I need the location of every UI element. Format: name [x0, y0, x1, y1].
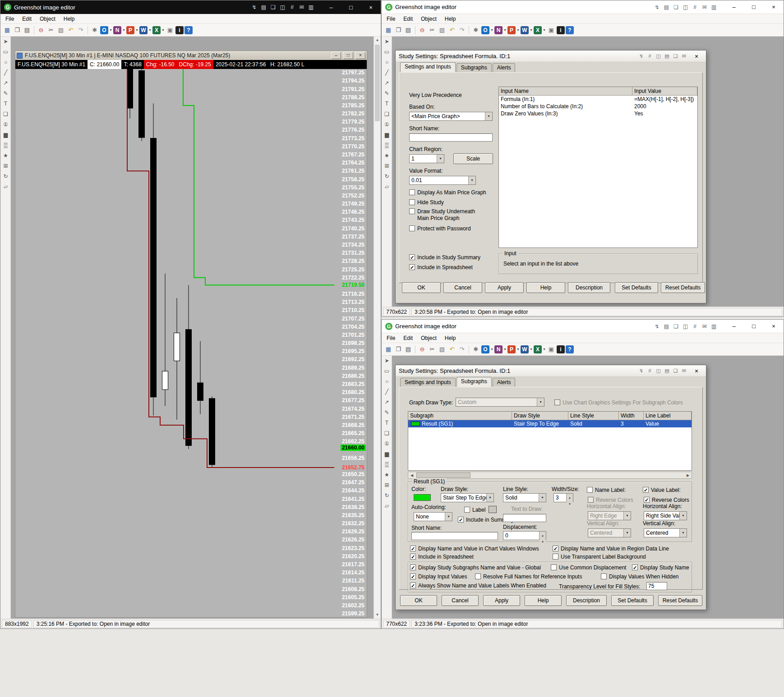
cancel-button[interactable]: Cancel [443, 282, 482, 293]
external-app-icon[interactable]: ▣ [547, 345, 556, 354]
excel-caret-icon[interactable]: ▾ [542, 347, 546, 351]
menu-file[interactable]: File [383, 334, 399, 343]
tab-settings-and-inputs[interactable]: Settings and Inputs [400, 62, 456, 72]
description-button[interactable]: Description [566, 595, 607, 606]
toolbar-separator[interactable] [469, 345, 469, 353]
onenote-icon[interactable]: N [494, 345, 503, 353]
dropdown-arrow-icon[interactable] [437, 155, 444, 163]
menu-object[interactable]: Object [417, 334, 441, 343]
grid-icon[interactable]: # [690, 323, 700, 330]
checkbox-display-values-when-hidden[interactable]: Display Values When Hidden [601, 573, 679, 580]
cut-icon[interactable]: ✂ [428, 345, 437, 354]
cut-icon[interactable]: ✂ [428, 26, 437, 35]
window-icon[interactable]: ▥ [709, 4, 719, 10]
apply-button[interactable]: Apply [483, 595, 520, 606]
subgraph-row-result-sg1[interactable]: Result (SG1) Stair Step To Edge Solid 3 … [408, 420, 692, 427]
scrollbar-thumb[interactable] [416, 472, 470, 478]
grid-icon[interactable]: # [287, 4, 297, 10]
external-app-icon[interactable]: ▣ [166, 26, 175, 35]
spinner-down-icon[interactable] [540, 538, 546, 544]
dropdown-arrow-icon[interactable] [539, 494, 546, 502]
picture-icon[interactable]: ◫ [278, 4, 287, 10]
rotate-tool-icon[interactable]: ↻ [382, 171, 392, 182]
menu-help[interactable]: Help [441, 334, 460, 343]
undo-icon[interactable]: ↶ [66, 26, 75, 35]
powerpoint-icon[interactable]: P [507, 26, 516, 34]
column-width[interactable]: Width [619, 412, 644, 420]
print-icon[interactable]: ▤ [23, 26, 32, 35]
resize-tool-icon[interactable]: ▱ [382, 501, 392, 511]
minimize-button[interactable]: – [724, 320, 744, 333]
arrow-tool-icon[interactable]: ↗ [382, 397, 392, 408]
short-name-input[interactable] [411, 532, 498, 540]
text-tool-icon[interactable]: T [382, 99, 392, 109]
speech-bubble-tool-icon[interactable]: ❏ [382, 428, 392, 439]
dropdown-arrow-icon[interactable] [537, 398, 544, 406]
toolbar-separator[interactable] [469, 26, 469, 34]
table-row[interactable]: Formula (In:1) =MAX(H[-1], H[-2], H[-3]) [499, 96, 697, 103]
onenote-caret-icon[interactable]: ▾ [503, 347, 507, 351]
dropdown-arrow-icon[interactable] [468, 176, 475, 184]
save-icon[interactable]: ▦ [384, 345, 393, 354]
checkbox-display-name-value-region-data-line[interactable]: ✓Display Name and Value in Region Data L… [553, 546, 669, 552]
powerpoint-icon[interactable]: P [507, 345, 516, 353]
highlighter-tool-icon[interactable]: ▆ [382, 449, 392, 459]
freehand-tool-icon[interactable]: ✎ [0, 88, 11, 99]
effects-tool-icon[interactable]: ★ [382, 151, 392, 161]
checkbox-display-name-value-chart-values[interactable]: ✓Display Name and Value in Chart Values … [410, 546, 539, 552]
dropdown-arrow-icon[interactable] [623, 529, 631, 537]
copy-icon[interactable]: ❐ [394, 345, 403, 354]
counter-tool-icon[interactable]: ① [0, 119, 11, 130]
cursor-tool-icon[interactable]: ➤ [382, 356, 392, 366]
table-row[interactable]: Draw Zero Values (In:3) Yes [499, 110, 697, 117]
close-button[interactable]: × [361, 0, 381, 14]
checkbox-protect-with-password[interactable]: Protect with Password [409, 225, 471, 232]
menu-object[interactable]: Object [36, 14, 60, 23]
checkbox-use-chart-graphics-settings[interactable]: Use Chart Graphics Settings For Subgraph… [554, 399, 683, 406]
speech-bubble-tool-icon[interactable]: ❏ [0, 109, 11, 119]
dialog-grid-icon[interactable]: # [646, 368, 654, 374]
grid-icon[interactable]: # [690, 4, 700, 10]
column-input-value[interactable]: Input Value [632, 87, 697, 95]
save-icon[interactable]: ▦ [384, 26, 393, 35]
paste-icon[interactable]: ▧ [56, 26, 65, 35]
help-button[interactable]: Help [525, 595, 562, 606]
external-app-icon[interactable]: ▣ [547, 26, 556, 35]
text-tool-icon[interactable]: T [0, 99, 11, 109]
excel-caret-icon[interactable]: ▾ [161, 28, 165, 32]
short-name-input[interactable] [409, 133, 493, 142]
menu-help[interactable]: Help [441, 14, 460, 23]
scale-button[interactable]: Scale [453, 153, 493, 164]
line-tool-icon[interactable]: ╱ [382, 387, 392, 397]
effects-tool-icon[interactable]: ★ [382, 470, 392, 480]
checkbox-resolve-full-names[interactable]: Resolve Full Names for Reference Inputs [475, 573, 582, 580]
rotate-tool-icon[interactable]: ↻ [382, 491, 392, 501]
rectangle-tool-icon[interactable]: ▭ [0, 47, 11, 57]
redo-icon[interactable]: ↷ [76, 26, 85, 35]
email-icon[interactable]: ✉ [297, 4, 306, 10]
onenote-icon[interactable]: N [113, 26, 121, 34]
dropdown-arrow-icon[interactable] [679, 529, 687, 537]
chart-maximize-button[interactable]: □ [343, 52, 353, 59]
checkbox-use-common-displacement[interactable]: Use Common Displacement [551, 564, 626, 571]
external-command-icon[interactable]: ↯ [652, 323, 662, 330]
help-icon[interactable]: ? [566, 345, 574, 353]
word-caret-icon[interactable]: ▾ [529, 347, 533, 351]
speech-bubble-tool-icon[interactable]: ❏ [382, 109, 392, 119]
text-to-draw-input[interactable] [503, 514, 546, 522]
outlook-icon[interactable]: O [100, 26, 108, 34]
displacement-spinner[interactable]: 0 [503, 531, 546, 540]
obfuscate-tool-icon[interactable]: ▒ [0, 140, 11, 151]
powerpoint-caret-icon[interactable]: ▾ [135, 28, 139, 32]
onenote-icon[interactable]: N [494, 26, 503, 34]
maximize-button[interactable]: □ [341, 0, 361, 14]
undo-icon[interactable]: ↶ [447, 26, 457, 35]
dialog-mail-icon[interactable]: ✉ [680, 368, 688, 374]
value-format-dropdown[interactable]: 0.01 [409, 176, 476, 185]
checkbox-draw-study-underneath[interactable]: Draw Study Underneath Main Price Graph [409, 208, 488, 222]
picture-icon[interactable]: ◫ [681, 4, 690, 10]
checkbox-hide-study[interactable]: Hide Study [409, 199, 444, 206]
label-color-button[interactable] [489, 506, 497, 513]
cursor-tool-icon[interactable]: ➤ [0, 37, 11, 47]
crop-tool-icon[interactable]: ⊞ [382, 161, 392, 171]
